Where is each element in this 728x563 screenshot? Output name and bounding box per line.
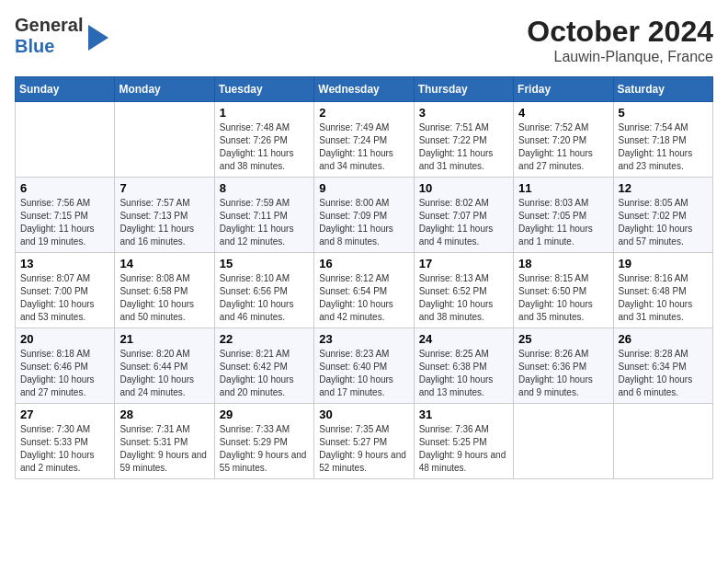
day-info: Sunrise: 8:08 AMSunset: 6:58 PMDaylight:… — [119, 272, 209, 324]
day-number: 1 — [220, 106, 309, 120]
day-number: 24 — [419, 332, 508, 346]
day-of-week-header: Tuesday — [214, 77, 313, 102]
day-number: 3 — [419, 106, 508, 120]
day-of-week-header: Saturday — [613, 77, 712, 102]
calendar-cell: 16Sunrise: 8:12 AMSunset: 6:54 PMDayligh… — [314, 253, 414, 328]
day-info: Sunrise: 8:21 AMSunset: 6:42 PMDaylight:… — [220, 348, 309, 399]
calendar-cell — [115, 102, 214, 178]
calendar-cell: 17Sunrise: 8:13 AMSunset: 6:52 PMDayligh… — [414, 253, 513, 328]
calendar-cell: 24Sunrise: 8:25 AMSunset: 6:38 PMDayligh… — [414, 328, 513, 404]
day-info: Sunrise: 8:13 AMSunset: 6:52 PMDaylight:… — [419, 272, 508, 324]
day-info: Sunrise: 8:07 AMSunset: 7:00 PMDaylight:… — [20, 272, 109, 324]
day-info: Sunrise: 8:20 AMSunset: 6:44 PMDaylight:… — [119, 348, 209, 399]
calendar-cell: 29Sunrise: 7:33 AMSunset: 5:29 PMDayligh… — [214, 404, 313, 479]
day-of-week-header: Friday — [514, 77, 613, 102]
calendar-header-row: SundayMondayTuesdayWednesdayThursdayFrid… — [16, 77, 713, 102]
day-number: 15 — [220, 257, 309, 270]
day-number: 6 — [20, 181, 109, 195]
calendar-cell: 1Sunrise: 7:48 AMSunset: 7:26 PMDaylight… — [214, 102, 313, 178]
day-number: 27 — [20, 408, 109, 421]
day-info: Sunrise: 8:02 AMSunset: 7:07 PMDaylight:… — [419, 197, 508, 248]
day-info: Sunrise: 7:30 AMSunset: 5:33 PMDaylight:… — [20, 423, 109, 475]
day-number: 2 — [319, 106, 408, 120]
day-info: Sunrise: 7:56 AMSunset: 7:15 PMDaylight:… — [20, 197, 109, 248]
day-info: Sunrise: 8:28 AMSunset: 6:34 PMDaylight:… — [619, 348, 708, 399]
day-info: Sunrise: 8:05 AMSunset: 7:02 PMDaylight:… — [619, 197, 708, 248]
day-info: Sunrise: 7:48 AMSunset: 7:26 PMDaylight:… — [220, 121, 309, 173]
logo-blue: Blue — [15, 36, 83, 57]
calendar-cell — [16, 102, 115, 178]
day-of-week-header: Sunday — [16, 77, 115, 102]
calendar-cell: 14Sunrise: 8:08 AMSunset: 6:58 PMDayligh… — [115, 253, 214, 328]
calendar-cell: 3Sunrise: 7:51 AMSunset: 7:22 PMDaylight… — [414, 102, 513, 178]
day-info: Sunrise: 7:49 AMSunset: 7:24 PMDaylight:… — [319, 121, 408, 173]
calendar-week-row: 20Sunrise: 8:18 AMSunset: 6:46 PMDayligh… — [16, 328, 713, 404]
day-info: Sunrise: 7:36 AMSunset: 5:25 PMDaylight:… — [419, 423, 508, 475]
calendar-cell: 28Sunrise: 7:31 AMSunset: 5:31 PMDayligh… — [115, 404, 214, 479]
page-subtitle: Lauwin-Planque, France — [527, 49, 713, 65]
calendar-cell: 30Sunrise: 7:35 AMSunset: 5:27 PMDayligh… — [314, 404, 414, 479]
day-number: 17 — [419, 257, 508, 270]
calendar-cell: 8Sunrise: 7:59 AMSunset: 7:11 PMDaylight… — [214, 178, 313, 253]
day-number: 4 — [518, 106, 608, 120]
day-number: 31 — [419, 408, 508, 421]
calendar-cell: 6Sunrise: 7:56 AMSunset: 7:15 PMDaylight… — [16, 178, 115, 253]
day-info: Sunrise: 7:52 AMSunset: 7:20 PMDaylight:… — [518, 121, 608, 173]
calendar-cell: 10Sunrise: 8:02 AMSunset: 7:07 PMDayligh… — [414, 178, 513, 253]
calendar-week-row: 1Sunrise: 7:48 AMSunset: 7:26 PMDaylight… — [16, 102, 713, 178]
calendar-cell: 18Sunrise: 8:15 AMSunset: 6:50 PMDayligh… — [514, 253, 613, 328]
day-info: Sunrise: 7:35 AMSunset: 5:27 PMDaylight:… — [319, 423, 408, 475]
day-number: 20 — [20, 332, 109, 346]
calendar-table: SundayMondayTuesdayWednesdayThursdayFrid… — [15, 76, 713, 479]
day-info: Sunrise: 7:59 AMSunset: 7:11 PMDaylight:… — [220, 197, 309, 248]
calendar-cell: 2Sunrise: 7:49 AMSunset: 7:24 PMDaylight… — [314, 102, 414, 178]
calendar-cell: 11Sunrise: 8:03 AMSunset: 7:05 PMDayligh… — [514, 178, 613, 253]
day-info: Sunrise: 7:33 AMSunset: 5:29 PMDaylight:… — [220, 423, 309, 475]
day-of-week-header: Thursday — [414, 77, 513, 102]
day-number: 28 — [119, 408, 209, 421]
calendar-cell — [514, 404, 613, 479]
day-info: Sunrise: 8:15 AMSunset: 6:50 PMDaylight:… — [518, 272, 608, 324]
day-info: Sunrise: 8:00 AMSunset: 7:09 PMDaylight:… — [319, 197, 408, 248]
day-number: 16 — [319, 257, 408, 270]
day-number: 10 — [419, 181, 508, 195]
page-header: General Blue October 2024 Lauwin-Planque… — [15, 15, 713, 65]
day-info: Sunrise: 7:51 AMSunset: 7:22 PMDaylight:… — [419, 121, 508, 173]
day-number: 5 — [619, 106, 708, 120]
calendar-cell: 4Sunrise: 7:52 AMSunset: 7:20 PMDaylight… — [514, 102, 613, 178]
day-number: 9 — [319, 181, 408, 195]
logo-general: General — [15, 15, 83, 36]
calendar-cell: 31Sunrise: 7:36 AMSunset: 5:25 PMDayligh… — [414, 404, 513, 479]
calendar-cell: 21Sunrise: 8:20 AMSunset: 6:44 PMDayligh… — [115, 328, 214, 404]
calendar-cell: 26Sunrise: 8:28 AMSunset: 6:34 PMDayligh… — [613, 328, 712, 404]
day-number: 29 — [220, 408, 309, 421]
svg-marker-0 — [88, 25, 108, 51]
calendar-cell: 22Sunrise: 8:21 AMSunset: 6:42 PMDayligh… — [214, 328, 313, 404]
calendar-cell — [613, 404, 712, 479]
day-of-week-header: Monday — [115, 77, 214, 102]
day-info: Sunrise: 8:26 AMSunset: 6:36 PMDaylight:… — [518, 348, 608, 399]
day-number: 18 — [518, 257, 608, 270]
day-number: 12 — [619, 181, 708, 195]
calendar-cell: 7Sunrise: 7:57 AMSunset: 7:13 PMDaylight… — [115, 178, 214, 253]
day-info: Sunrise: 8:18 AMSunset: 6:46 PMDaylight:… — [20, 348, 109, 399]
day-number: 13 — [20, 257, 109, 270]
day-info: Sunrise: 7:57 AMSunset: 7:13 PMDaylight:… — [119, 197, 209, 248]
day-number: 8 — [220, 181, 309, 195]
day-info: Sunrise: 8:03 AMSunset: 7:05 PMDaylight:… — [518, 197, 608, 248]
day-number: 19 — [619, 257, 708, 270]
calendar-week-row: 27Sunrise: 7:30 AMSunset: 5:33 PMDayligh… — [16, 404, 713, 479]
calendar-cell: 23Sunrise: 8:23 AMSunset: 6:40 PMDayligh… — [314, 328, 414, 404]
calendar-week-row: 13Sunrise: 8:07 AMSunset: 7:00 PMDayligh… — [16, 253, 713, 328]
calendar-cell: 19Sunrise: 8:16 AMSunset: 6:48 PMDayligh… — [613, 253, 712, 328]
calendar-week-row: 6Sunrise: 7:56 AMSunset: 7:15 PMDaylight… — [16, 178, 713, 253]
calendar-cell: 25Sunrise: 8:26 AMSunset: 6:36 PMDayligh… — [514, 328, 613, 404]
calendar-cell: 15Sunrise: 8:10 AMSunset: 6:56 PMDayligh… — [214, 253, 313, 328]
day-of-week-header: Wednesday — [314, 77, 414, 102]
title-block: October 2024 Lauwin-Planque, France — [527, 15, 713, 65]
calendar-cell: 9Sunrise: 8:00 AMSunset: 7:09 PMDaylight… — [314, 178, 414, 253]
day-number: 11 — [518, 181, 608, 195]
day-number: 21 — [119, 332, 209, 346]
day-info: Sunrise: 8:25 AMSunset: 6:38 PMDaylight:… — [419, 348, 508, 399]
day-info: Sunrise: 8:23 AMSunset: 6:40 PMDaylight:… — [319, 348, 408, 399]
